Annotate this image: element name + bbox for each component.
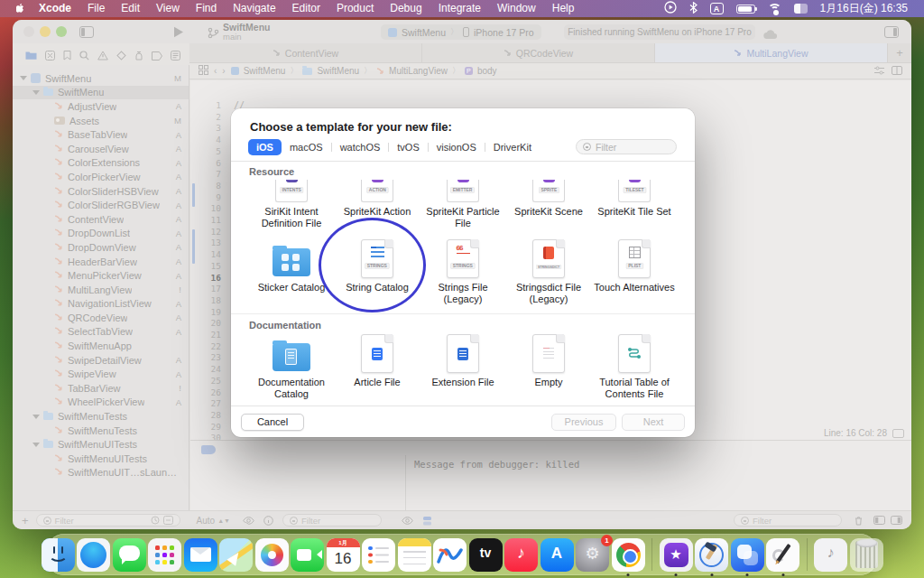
sidebar-item-file[interactable]: QRCodeViewA — [13, 311, 189, 325]
test-navigator-icon[interactable] — [116, 48, 126, 64]
dock-freeform-icon[interactable] — [433, 538, 467, 572]
dock-messages-icon[interactable] — [113, 538, 146, 572]
sidebar-item-file[interactable]: CarouselViewA — [13, 142, 189, 156]
dock-downloads-icon[interactable] — [814, 538, 847, 572]
navigator-filter-field[interactable]: Filter — [36, 514, 180, 527]
input-source-icon[interactable]: A — [710, 3, 724, 14]
sidebar-item-file[interactable]: MultiLangView! — [13, 283, 189, 297]
menu-bar-clock[interactable]: 1月16日(金) 16:35 — [820, 1, 908, 16]
platform-tab-watchos[interactable]: watchOS — [332, 139, 389, 155]
sidebar-item-file[interactable]: DropDownViewA — [13, 240, 189, 255]
sidebar-item-file[interactable]: MenuPickerViewA — [13, 268, 189, 283]
menu-editor[interactable]: Editor — [284, 0, 328, 17]
menu-product[interactable]: Product — [328, 0, 382, 17]
menu-file[interactable]: File — [79, 0, 113, 17]
dock-reminders-icon[interactable] — [362, 538, 395, 572]
menu-help[interactable]: Help — [544, 0, 583, 17]
sidebar-item-group[interactable]: SwiftMenuTests — [13, 409, 189, 424]
show-console-icon[interactable] — [402, 517, 413, 525]
crumb-file[interactable]: MultiLangView — [389, 66, 448, 76]
previous-button[interactable]: Previous — [551, 414, 616, 431]
variables-filter-field[interactable]: Filter — [282, 514, 382, 527]
run-button[interactable] — [173, 25, 184, 42]
template-sirikit-intent-definition-file[interactable]: INTENTS SiriKit Intent Definition File — [249, 180, 334, 229]
menu-view[interactable]: View — [148, 0, 188, 17]
sidebar-item-file[interactable]: SwiftMenuUIT…sLaunchTests — [13, 466, 189, 480]
inspector-toggle-icon[interactable] — [884, 25, 899, 42]
minimize-button[interactable] — [40, 26, 51, 37]
next-button[interactable]: Next — [622, 414, 685, 431]
dock-photos-icon[interactable] — [255, 538, 289, 572]
console-mode-icon[interactable] — [422, 516, 432, 526]
clear-console-icon[interactable] — [855, 516, 863, 526]
sidebar-item-group[interactable]: SwiftMenu — [13, 86, 189, 100]
sidebar-item-file[interactable]: SwipeViewA — [13, 367, 189, 381]
template-spritekit-tile-set[interactable]: TILESET SpriteKit Tile Set — [592, 180, 677, 229]
split-editor-icon[interactable] — [892, 66, 902, 77]
template-spritekit-particle-file[interactable]: EMITTER SpriteKit Particle File — [420, 180, 505, 229]
report-navigator-icon[interactable] — [171, 48, 180, 64]
new-tab-button[interactable]: + — [888, 43, 911, 62]
sidebar-item-file[interactable]: ColorSliderRGBViewA — [13, 198, 189, 212]
tab-multilangview[interactable]: MultiLangView — [655, 43, 888, 62]
dock-facetime-icon[interactable] — [291, 538, 324, 572]
sidebar-item-file[interactable]: DropDownListA — [13, 227, 189, 241]
template-strings-file-legacy[interactable]: STRINGS Strings File (Legacy) — [420, 238, 505, 305]
sidebar-item-file[interactable]: AdjustViewA — [13, 99, 189, 114]
platform-tab-tvos[interactable]: tvOS — [389, 139, 427, 155]
add-filter-button[interactable]: + — [22, 514, 29, 527]
related-items-icon[interactable] — [199, 65, 208, 77]
find-navigator-icon[interactable] — [79, 48, 89, 64]
sidebar-item-file[interactable]: ColorSliderHSBViewA — [13, 184, 189, 199]
toggle-variables-pane-icon[interactable] — [873, 516, 885, 525]
template-sticker-catalog[interactable]: Sticker Catalog — [249, 238, 334, 305]
apple-menu-icon[interactable] — [11, 3, 31, 14]
menu-xcode[interactable]: Xcode — [31, 0, 79, 17]
console-filter-field[interactable]: Filter — [734, 514, 842, 527]
adjust-editor-icon[interactable] — [874, 66, 884, 77]
template-touch-alternatives[interactable]: PLIST Touch Alternatives — [592, 238, 677, 305]
sidebar-item-file[interactable]: AssetsM — [13, 114, 189, 128]
activity-status[interactable]: Finished running SwiftMenu on iPhone 17 … — [564, 24, 755, 40]
dock-app-store-icon[interactable] — [541, 538, 574, 572]
show-variables-icon[interactable] — [243, 517, 254, 525]
template-empty[interactable]: Empty — [506, 333, 591, 400]
zoom-button[interactable] — [56, 26, 67, 37]
user-switch-icon[interactable] — [794, 4, 808, 14]
navigator-toggle-icon[interactable] — [79, 25, 94, 42]
platform-tab-macos[interactable]: macOS — [282, 139, 331, 155]
dock-chrome-icon[interactable] — [612, 538, 645, 572]
menu-find[interactable]: Find — [188, 0, 225, 17]
sidebar-item-file[interactable]: WheelPickerViewA — [13, 396, 189, 410]
template-string-catalog[interactable]: STRINGS String Catalog — [335, 238, 420, 305]
toggle-console-pane-icon[interactable] — [891, 516, 902, 525]
dock-shortcuts-icon[interactable] — [731, 538, 764, 572]
wifi-icon[interactable] — [768, 4, 781, 14]
dock-finder-icon[interactable] — [42, 538, 75, 572]
menu-edit[interactable]: Edit — [113, 0, 148, 17]
tab-qrcodeview[interactable]: QRCodeView — [422, 43, 655, 62]
info-icon[interactable] — [263, 516, 273, 526]
dock-mail-icon[interactable] — [184, 538, 217, 572]
sidebar-item-file[interactable]: SelectTabViewA — [13, 325, 189, 340]
template-tutorial-toc-file[interactable]: Tutorial Table of Contents File — [592, 333, 677, 400]
dock-pencil-app-icon[interactable] — [766, 538, 799, 572]
template-spritekit-scene[interactable]: SPRITE SpriteKit Scene — [506, 180, 591, 229]
menu-debug[interactable]: Debug — [382, 0, 430, 17]
crumb-symbol[interactable]: body — [477, 66, 497, 76]
sidebar-item-file[interactable]: ContentViewA — [13, 212, 189, 227]
dock-xcode-icon[interactable] — [695, 538, 728, 572]
template-extension-file[interactable]: Extension File — [420, 333, 505, 400]
battery-icon[interactable] — [736, 5, 755, 14]
scheme-selector[interactable]: SwiftMenu 〉 iPhone 17 Pro — [381, 24, 541, 40]
project-branch-block[interactable]: SwiftMenu main — [223, 23, 271, 42]
bookmark-navigator-icon[interactable] — [63, 48, 71, 64]
template-filter-field[interactable]: Filter — [576, 139, 677, 154]
tab-contentview[interactable]: ContentView — [189, 43, 422, 62]
dock-imovie-icon[interactable] — [660, 538, 693, 572]
menu-window[interactable]: Window — [489, 0, 544, 17]
cancel-button[interactable]: Cancel — [241, 414, 304, 431]
sidebar-item-project[interactable]: SwiftMenuM — [13, 71, 189, 86]
issue-navigator-icon[interactable] — [97, 48, 108, 64]
debug-navigator-icon[interactable] — [134, 48, 143, 64]
